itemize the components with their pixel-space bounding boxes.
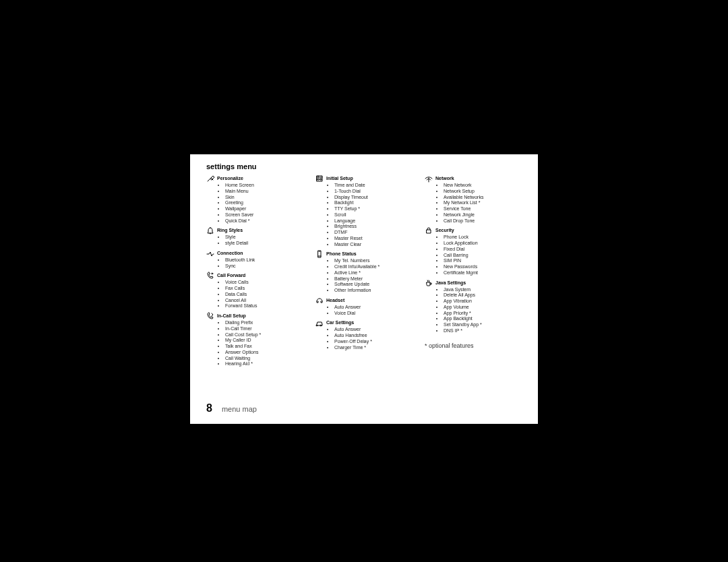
- menu-item: Software Update: [334, 282, 413, 288]
- menu-item: Dialing Prefix: [225, 320, 303, 326]
- menu-section: Ring StylesStyle style Detail: [206, 226, 303, 247]
- section-title: Network: [435, 175, 454, 183]
- menu-section: Initial SetupTime and Date1-Touch DialDi…: [315, 175, 413, 247]
- menu-item: Skin: [225, 195, 303, 201]
- footnote: * optional features: [425, 342, 522, 349]
- page-footer-label: menu map: [222, 405, 257, 413]
- ring-styles-icon: [206, 226, 214, 235]
- section-items: Auto AnswerVoice Dial: [315, 305, 413, 317]
- section-items: New NetworkNetwork SetupAvailable Networ…: [425, 183, 522, 224]
- menu-item: Backlight: [334, 200, 413, 206]
- in-call-setup-icon: [206, 312, 214, 320]
- section-title: Java Settings: [435, 279, 466, 287]
- menu-item: 1-Touch Dial: [334, 189, 413, 195]
- section-title: Security: [435, 226, 454, 235]
- menu-item: Phone Lock: [444, 235, 522, 241]
- section-header: Car Settings: [315, 319, 413, 327]
- menu-item: Certificate Mgmt: [444, 270, 522, 276]
- section-items: Bluetooth LinkSync: [206, 257, 303, 270]
- menu-item: Call Drop Tone: [444, 218, 522, 224]
- section-items: Auto AnswerAuto HandsfreePower-Off Delay…: [315, 327, 413, 350]
- menu-item: Cancel All: [225, 298, 303, 304]
- headset-icon: [315, 296, 324, 305]
- menu-item: Quick Dial *: [225, 218, 303, 224]
- document-page: settings menu PersonalizeHome ScreenMain…: [190, 154, 538, 424]
- menu-item: Talk and Fax: [225, 344, 303, 350]
- section-header: Personalize: [206, 175, 303, 183]
- section-title: Personalize: [217, 175, 243, 183]
- menu-section: SecurityPhone LockLock ApplicationFixed …: [425, 226, 522, 276]
- column: Initial SetupTime and Date1-Touch DialDi…: [315, 175, 413, 353]
- menu-item: New Passwords: [444, 264, 522, 270]
- menu-item: Lock Application: [444, 241, 522, 247]
- menu-section: PersonalizeHome ScreenMain MenuSkinGreet…: [206, 175, 303, 224]
- network-icon: [425, 175, 433, 183]
- menu-item: Network Jingle: [444, 212, 522, 218]
- menu-item: Battery Meter: [334, 276, 413, 282]
- menu-item: Available Networks: [444, 195, 522, 201]
- security-icon: [425, 226, 433, 235]
- menu-item: Hearing Aid *: [225, 361, 303, 367]
- menu-item: Data Calls: [225, 292, 303, 298]
- section-title: Ring Styles: [217, 226, 243, 235]
- menu-item: App Backlight: [444, 316, 522, 322]
- section-header: Security: [425, 226, 522, 235]
- menu-item: My Caller ID: [225, 338, 303, 344]
- section-header: Headset: [315, 296, 413, 305]
- section-header: Phone Status: [315, 250, 413, 258]
- page-number: 8: [206, 402, 212, 414]
- section-header: In-Call Setup: [206, 312, 303, 320]
- personalize-icon: [206, 175, 214, 183]
- menu-section: Java SettingsJava SystemDelete All AppsA…: [425, 279, 522, 334]
- menu-item: Auto Handsfree: [334, 333, 413, 339]
- menu-item: Master Reset: [334, 236, 413, 242]
- car-settings-icon: [315, 319, 324, 327]
- phone-status-icon: [315, 250, 324, 258]
- menu-item: Active Line *: [334, 270, 413, 276]
- menu-section: In-Call SetupDialing PrefixIn-Call Timer…: [206, 312, 303, 367]
- menu-item: My Tel. Numbers: [334, 258, 413, 264]
- section-title: Initial Setup: [326, 175, 353, 183]
- menu-item: Voice Calls: [225, 280, 303, 286]
- section-title: Phone Status: [326, 250, 357, 258]
- section-items: Home ScreenMain MenuSkinGreetingWallpape…: [206, 183, 303, 224]
- page-title: settings menu: [206, 162, 522, 170]
- menu-item: Master Clear: [334, 242, 413, 248]
- menu-item: Language: [334, 218, 413, 224]
- menu-item: Credit Info/Available *: [334, 264, 413, 270]
- menu-item: Greeting: [225, 200, 303, 206]
- menu-item: Call Barring: [444, 253, 522, 259]
- menu-item: Auto Answer: [334, 327, 413, 333]
- menu-section: ConnectionBluetooth LinkSync: [206, 249, 303, 270]
- section-items: Phone LockLock ApplicationFixed DialCall…: [425, 235, 522, 276]
- section-title: Call Forward: [217, 272, 245, 280]
- menu-item: App Volume: [444, 305, 522, 311]
- section-items: Time and Date1-Touch DialDisplay Timeout…: [315, 183, 413, 247]
- menu-item: DNS IP *: [444, 328, 522, 334]
- menu-item: Other Information: [334, 288, 413, 294]
- section-items: Style style Detail: [206, 235, 303, 247]
- section-title: In-Call Setup: [217, 312, 246, 320]
- section-title: Car Settings: [326, 319, 354, 327]
- menu-item: SIM PIN: [444, 258, 522, 264]
- menu-item: My Network List *: [444, 200, 522, 206]
- menu-section: HeadsetAuto AnswerVoice Dial: [315, 296, 413, 317]
- initial-setup-icon: [315, 175, 324, 183]
- menu-item: Set Standby App *: [444, 322, 522, 328]
- menu-item: Forward Status: [225, 303, 303, 309]
- menu-item: Answer Options: [225, 350, 303, 356]
- section-items: Java SystemDelete All AppsApp VibrationA…: [425, 287, 522, 334]
- section-header: Java Settings: [425, 279, 522, 287]
- menu-item: DTMF: [334, 230, 413, 236]
- menu-item: Fixed Dial: [444, 247, 522, 253]
- section-header: Call Forward: [206, 272, 303, 280]
- column: PersonalizeHome ScreenMain MenuSkinGreet…: [206, 175, 303, 370]
- section-items: Voice CallsFax CallsData CallsCancel All…: [206, 280, 303, 309]
- menu-item: Service Tone: [444, 206, 522, 212]
- menu-item: Home Screen: [225, 183, 303, 189]
- section-header: Initial Setup: [315, 175, 413, 183]
- column: NetworkNew NetworkNetwork SetupAvailable…: [425, 175, 522, 349]
- menu-item: Wallpaper: [225, 206, 303, 212]
- menu-item: Screen Saver: [225, 212, 303, 218]
- menu-item: Java System: [444, 287, 522, 293]
